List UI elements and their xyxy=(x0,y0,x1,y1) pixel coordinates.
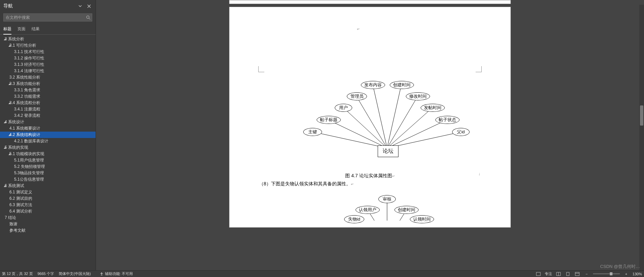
outline-item[interactable]: 6.1 测试定义 xyxy=(0,189,96,195)
status-word-count[interactable]: 9665 个字 xyxy=(38,271,54,276)
outline-item[interactable]: 6.3 测试方法 xyxy=(0,202,96,208)
svg-line-9 xyxy=(387,120,447,148)
outline-label: 6.2 测试目的 xyxy=(9,196,32,201)
attr-node: 用户 xyxy=(335,104,352,112)
outline-label: 3.1.1 技术可行性 xyxy=(14,49,44,55)
twisty-open-icon[interactable]: ◢ xyxy=(0,183,5,189)
focus-label[interactable]: 专注 xyxy=(545,271,552,276)
outline-item[interactable]: 参考文献 xyxy=(0,227,96,234)
twisty-open-icon[interactable]: ◢ xyxy=(0,81,9,87)
outline-item[interactable]: 致谢 xyxy=(0,221,96,227)
outline-item[interactable]: 5.3物品挂失管理 xyxy=(0,170,96,176)
twisty-open-icon[interactable]: ◢ xyxy=(0,119,5,125)
outline-item[interactable]: 6.2 测试目的 xyxy=(0,195,96,202)
outline-item[interactable]: 3.1.1 技术可行性 xyxy=(0,49,96,55)
outline-item[interactable]: ◢6 系统测试 xyxy=(0,183,96,189)
outline-item[interactable]: ◢4.2 系统结构设计 xyxy=(0,132,96,138)
outline-item[interactable]: ◢3 系统分析 xyxy=(0,36,96,42)
svg-rect-19 xyxy=(575,272,579,276)
outline-item[interactable]: ◢4 系统设计 xyxy=(0,119,96,125)
tab-pages[interactable]: 页面 xyxy=(17,24,25,34)
outline-item[interactable]: 5.2 失物招领管理 xyxy=(0,164,96,170)
outline-item[interactable]: ◢3.3 系统功能分析 xyxy=(0,81,96,87)
zoom-level[interactable]: 130% xyxy=(633,272,642,276)
page-current: ↵ 主键 帖子标题 用户 xyxy=(229,7,511,228)
outline-item[interactable]: 3.3.1 角色需求 xyxy=(0,87,96,93)
status-accessibility[interactable]: 辅助功能: 不可用 xyxy=(100,271,133,276)
outline-item[interactable]: 5.1用户信息管理 xyxy=(0,157,96,164)
vertical-scrollbar[interactable] xyxy=(639,5,644,270)
attr-node: 修改时间 xyxy=(406,92,430,100)
outline-tree[interactable]: ◢3 系统分析◢3.1 可行性分析3.1.1 技术可行性3.1.2 操作可行性3… xyxy=(0,35,96,270)
twisty-open-icon[interactable]: ◢ xyxy=(0,100,9,106)
svg-line-5 xyxy=(373,86,387,148)
attr-node: 发帖时间 xyxy=(421,104,445,112)
outline-item[interactable]: 6.4 测试分析 xyxy=(0,208,96,215)
outline-item[interactable]: ◢3.1 可行性分析 xyxy=(0,42,96,49)
outline-item[interactable]: 3.3.2 功能需求 xyxy=(0,93,96,100)
zoom-in-button[interactable]: + xyxy=(623,271,629,277)
outline-item[interactable]: 4.2.1 数据库表设计 xyxy=(0,138,96,144)
outline-label: 4.2 系统结构设计 xyxy=(9,132,40,138)
entity-box: 论坛 xyxy=(378,145,398,157)
outline-item[interactable]: 3.1.2 操作可行性 xyxy=(0,55,96,61)
attr-node: 认领用户 xyxy=(356,206,380,214)
zoom-slider[interactable] xyxy=(593,273,620,274)
svg-rect-17 xyxy=(536,272,540,276)
svg-rect-18 xyxy=(567,272,569,276)
twisty-open-icon[interactable]: ◢ xyxy=(0,43,9,48)
outline-label: 6.1 测试定义 xyxy=(9,189,32,195)
focus-mode-button[interactable] xyxy=(535,271,541,277)
search-input[interactable] xyxy=(4,14,85,21)
svg-point-16 xyxy=(101,272,102,273)
tab-results[interactable]: 结果 xyxy=(32,24,40,34)
outline-label: 3 系统分析 xyxy=(5,36,24,42)
outline-item[interactable]: 3.1.4 法律可行性 xyxy=(0,68,96,74)
outline-item[interactable]: 4.1 系统概要设计 xyxy=(0,125,96,132)
document-area[interactable]: ↵ 主键 帖子标题 用户 xyxy=(96,0,644,270)
outline-label: 5.1用户信息管理 xyxy=(14,157,44,163)
outline-item[interactable]: 3.2 系统性能分析 xyxy=(0,74,96,81)
er-diagram-claim: 审核 认领用户 创建时间 失物id 认领时间 xyxy=(250,190,490,221)
nav-close-button[interactable] xyxy=(86,3,92,9)
web-layout-button[interactable] xyxy=(574,271,580,277)
outline-label: 4 系统设计 xyxy=(5,119,24,125)
outline-label: 5.3物品挂失管理 xyxy=(14,170,44,176)
nav-dropdown-button[interactable] xyxy=(77,3,84,9)
outline-label: 3.3.1 角色需求 xyxy=(14,87,40,93)
twisty-open-icon[interactable]: ◢ xyxy=(0,151,9,157)
outline-label: 参考文献 xyxy=(9,228,25,233)
outline-item[interactable]: ◢5 系统的实现 xyxy=(0,144,96,151)
outline-label: 3.1 可行性分析 xyxy=(9,43,36,48)
scroll-thumb[interactable] xyxy=(640,105,643,126)
outline-item[interactable]: 5.1公告信息管理 xyxy=(0,176,96,183)
outline-label: 3.4.2 登录流程 xyxy=(14,113,40,119)
outline-item[interactable]: 3.4.2 登录流程 xyxy=(0,112,96,119)
attr-node: 帖子标题 xyxy=(317,116,341,124)
outline-item[interactable]: 7 结论 xyxy=(0,215,96,221)
twisty-open-icon[interactable]: ◢ xyxy=(0,36,5,42)
status-language[interactable]: 简体中文(中国大陆) xyxy=(59,271,91,276)
search-button[interactable] xyxy=(85,14,92,21)
outline-label: 3.1.4 法律可行性 xyxy=(14,68,44,74)
attr-node: 帖子状态 xyxy=(435,116,460,124)
read-mode-button[interactable] xyxy=(555,271,561,277)
outline-label: 3.1.3 经济可行性 xyxy=(14,62,44,67)
print-layout-button[interactable] xyxy=(565,271,571,277)
outline-item[interactable]: ◢3.4 系统流程分析 xyxy=(0,100,96,106)
svg-line-6 xyxy=(387,86,401,148)
status-page[interactable]: 第 12 页，共 32 页 xyxy=(2,271,33,276)
twisty-open-icon[interactable]: ◢ xyxy=(0,145,5,150)
twisty-open-icon[interactable]: ◢ xyxy=(0,132,9,138)
down-arrow-icon: ↓ xyxy=(478,172,480,176)
outline-label: 3.2 系统性能分析 xyxy=(9,75,40,80)
tab-headings[interactable]: 标题 xyxy=(3,24,11,35)
outline-label: 3.4 系统流程分析 xyxy=(9,100,40,106)
outline-item[interactable]: 3.1.3 经济可行性 xyxy=(0,61,96,68)
outline-item[interactable]: 3.4.1 注册流程 xyxy=(0,106,96,112)
zoom-out-button[interactable]: − xyxy=(584,271,590,277)
focus-icon xyxy=(536,272,541,276)
outline-item[interactable]: ◢5.1 功能模块的实现 xyxy=(0,151,96,157)
figure-caption: 图 4.7 论坛实体属性图↵ xyxy=(250,173,490,179)
attr-node: 创建时间 xyxy=(394,206,419,214)
